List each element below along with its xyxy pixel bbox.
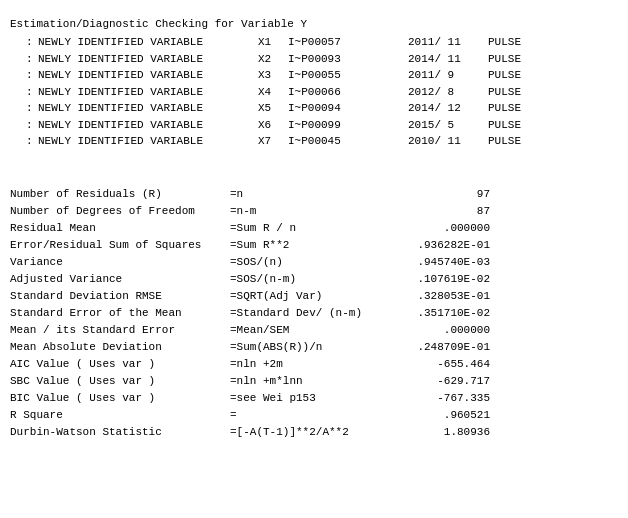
variable-row: : NEWLY IDENTIFIED VARIABLE X5 I~P00094 … [10,100,618,117]
stats-value: .107619E-02 [410,271,490,288]
var-label: NEWLY IDENTIFIED VARIABLE [38,117,258,134]
variable-row: : NEWLY IDENTIFIED VARIABLE X7 I~P00045 … [10,133,618,150]
var-type: PULSE [488,84,521,101]
stats-row: Residual Mean =Sum R / n .000000 [10,220,618,237]
var-colon: : [26,117,38,134]
var-name: X4 [258,84,288,101]
var-code: I~P00055 [288,67,408,84]
stats-label: Error/Residual Sum of Squares [10,237,230,254]
stats-row: Durbin-Watson Statistic =[-A(T-1)]**2/A*… [10,424,618,441]
stats-formula: =n [230,186,410,203]
stats-formula: =nln +2m [230,356,410,373]
stats-value: 97 [410,186,490,203]
var-date: 2011/ 9 [408,67,488,84]
stats-formula: =n-m [230,203,410,220]
var-name: X5 [258,100,288,117]
stats-row: Variance =SOS/(n) .945740E-03 [10,254,618,271]
stats-value: .000000 [410,322,490,339]
var-name: X2 [258,51,288,68]
stats-formula: =SOS/(n) [230,254,410,271]
stats-label: Adjusted Variance [10,271,230,288]
var-type: PULSE [488,117,521,134]
stats-value: .936282E-01 [410,237,490,254]
var-label: NEWLY IDENTIFIED VARIABLE [38,100,258,117]
var-name: X6 [258,117,288,134]
stats-row: Number of Residuals (R) =n 97 [10,186,618,203]
stats-formula: =nln +m*lnn [230,373,410,390]
stats-value: .328053E-01 [410,288,490,305]
var-label: NEWLY IDENTIFIED VARIABLE [38,34,258,51]
var-colon: : [26,51,38,68]
stats-label: AIC Value ( Uses var ) [10,356,230,373]
var-code: I~P00093 [288,51,408,68]
var-date: 2010/ 11 [408,133,488,150]
estimation-label: Estimation/Diagnostic Checking for Varia… [10,18,327,30]
var-indent [10,100,26,117]
stats-row: Mean / its Standard Error =Mean/SEM .000… [10,322,618,339]
var-colon: : [26,133,38,150]
var-indent [10,34,26,51]
var-type: PULSE [488,34,521,51]
stats-value: .351710E-02 [410,305,490,322]
stats-row: SBC Value ( Uses var ) =nln +m*lnn -629.… [10,373,618,390]
stats-label: Variance [10,254,230,271]
stats-formula: =Sum R / n [230,220,410,237]
stats-row: Error/Residual Sum of Squares =Sum R**2 … [10,237,618,254]
stats-formula: = [230,407,410,424]
stats-row: Adjusted Variance =SOS/(n-m) .107619E-02 [10,271,618,288]
variables-section: : NEWLY IDENTIFIED VARIABLE X1 I~P00057 … [10,34,618,150]
var-code: I~P00045 [288,133,408,150]
stats-label: Number of Degrees of Freedom [10,203,230,220]
stats-label: Mean / its Standard Error [10,322,230,339]
var-date: 2012/ 8 [408,84,488,101]
stats-value: .000000 [410,220,490,237]
stats-row: AIC Value ( Uses var ) =nln +2m -655.464 [10,356,618,373]
stats-row: BIC Value ( Uses var ) =see Wei p153 -76… [10,390,618,407]
var-colon: : [26,100,38,117]
stats-value: .945740E-03 [410,254,490,271]
stats-row: Standard Deviation RMSE =SQRT(Adj Var) .… [10,288,618,305]
stats-label: Residual Mean [10,220,230,237]
var-date: 2011/ 11 [408,34,488,51]
var-date: 2015/ 5 [408,117,488,134]
stats-label: Number of Residuals (R) [10,186,230,203]
variable-row: : NEWLY IDENTIFIED VARIABLE X6 I~P00099 … [10,117,618,134]
stats-formula: =Sum(ABS(R))/n [230,339,410,356]
stats-row: Number of Degrees of Freedom =n-m 87 [10,203,618,220]
stats-formula: =Standard Dev/ (n-m) [230,305,410,322]
var-code: I~P00057 [288,34,408,51]
var-type: PULSE [488,133,521,150]
variable-row: : NEWLY IDENTIFIED VARIABLE X1 I~P00057 … [10,34,618,51]
stats-label: Standard Deviation RMSE [10,288,230,305]
stats-value: 1.80936 [410,424,490,441]
variable-row: : NEWLY IDENTIFIED VARIABLE X3 I~P00055 … [10,67,618,84]
estimation-header: Estimation/Diagnostic Checking for Varia… [10,18,618,30]
stats-formula: =see Wei p153 [230,390,410,407]
stats-row: R Square = .960521 [10,407,618,424]
stats-row: Standard Error of the Mean =Standard Dev… [10,305,618,322]
var-name: X1 [258,34,288,51]
variable-row: : NEWLY IDENTIFIED VARIABLE X4 I~P00066 … [10,84,618,101]
stats-value: .248709E-01 [410,339,490,356]
var-code: I~P00099 [288,117,408,134]
var-indent [10,133,26,150]
stats-section: Number of Residuals (R) =n 97 Number of … [10,186,618,442]
var-date: 2014/ 12 [408,100,488,117]
stats-formula: =SQRT(Adj Var) [230,288,410,305]
stats-formula: =Mean/SEM [230,322,410,339]
var-label: NEWLY IDENTIFIED VARIABLE [38,51,258,68]
var-name: X7 [258,133,288,150]
stats-formula: =[-A(T-1)]**2/A**2 [230,424,410,441]
var-indent [10,51,26,68]
stats-label: SBC Value ( Uses var ) [10,373,230,390]
spacer2 [10,168,618,186]
var-indent [10,67,26,84]
var-indent [10,117,26,134]
var-code: I~P00066 [288,84,408,101]
var-colon: : [26,34,38,51]
var-date: 2014/ 11 [408,51,488,68]
spacer1 [10,150,618,168]
var-type: PULSE [488,51,521,68]
var-label: NEWLY IDENTIFIED VARIABLE [38,67,258,84]
variable-row: : NEWLY IDENTIFIED VARIABLE X2 I~P00093 … [10,51,618,68]
